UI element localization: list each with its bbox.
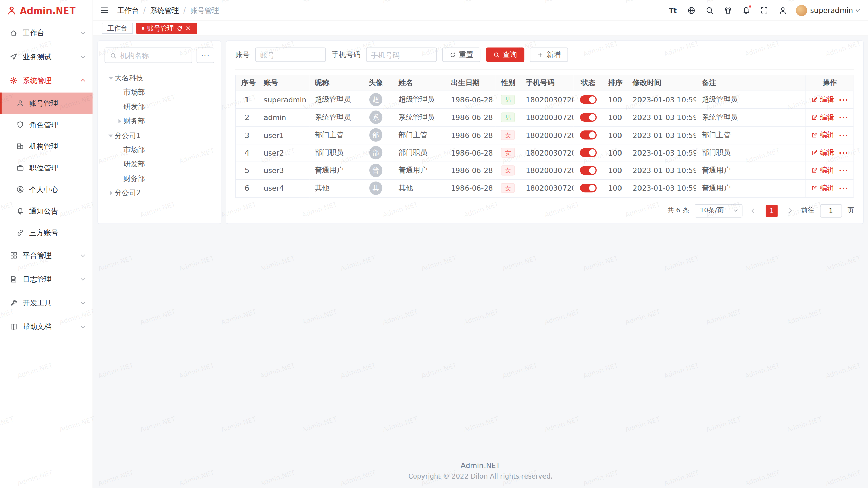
row-more-button[interactable]: ···: [839, 184, 848, 192]
sidebar-item-dev-tools[interactable]: 开发工具: [0, 291, 93, 315]
col-sort: 排序: [603, 75, 627, 91]
status-toggle[interactable]: [580, 148, 596, 157]
account-input[interactable]: [255, 47, 326, 62]
row-avatar: 其: [369, 182, 382, 195]
row-more-button[interactable]: ···: [839, 166, 848, 175]
tree-node[interactable]: 财务部: [105, 171, 214, 186]
row-more-button[interactable]: ···: [839, 96, 848, 104]
theme-skin-icon[interactable]: [722, 5, 733, 16]
gender-tag: 女: [501, 148, 515, 158]
close-icon[interactable]: [185, 25, 192, 31]
link-icon: [16, 228, 24, 237]
row-more-button[interactable]: ···: [839, 113, 848, 121]
sidebar-item-workbench[interactable]: 工作台: [0, 21, 93, 45]
prev-page-button[interactable]: [748, 204, 760, 217]
user-menu[interactable]: superadmin: [796, 5, 859, 16]
tree-node[interactable]: 财务部: [105, 114, 214, 128]
caret-down-icon[interactable]: [107, 134, 115, 137]
chevron-down-icon: [734, 208, 738, 212]
sidebar-item-org-management[interactable]: 机构管理: [0, 136, 93, 157]
accounts-table: 序号 账号 昵称 头像 姓名 出生日期 性别 手机号码 状态: [235, 75, 854, 198]
add-button[interactable]: 新增: [530, 47, 568, 62]
status-toggle[interactable]: [580, 113, 596, 122]
sidebar-item-system-management[interactable]: 系统管理: [0, 68, 93, 92]
edit-button[interactable]: 编辑: [811, 148, 834, 158]
tab-workbench[interactable]: 工作台: [102, 23, 133, 34]
query-form: 账号 手机号码 重置 查询: [235, 47, 854, 69]
goto-page-input[interactable]: [820, 204, 842, 217]
edit-icon: [811, 114, 818, 121]
status-toggle[interactable]: [580, 131, 596, 140]
next-page-button[interactable]: [783, 204, 795, 217]
search-icon[interactable]: [704, 5, 715, 16]
refresh-icon[interactable]: [177, 25, 183, 31]
page-number-button[interactable]: 1: [766, 204, 778, 217]
tree-node[interactable]: 研发部: [105, 157, 214, 171]
tree-node[interactable]: 研发部: [105, 100, 214, 114]
page-unit-label: 页: [848, 206, 854, 215]
phone-input[interactable]: [366, 47, 437, 62]
breadcrumb: 工作台 / 系统管理 / 账号管理: [117, 5, 219, 15]
user-circle-icon: [16, 185, 24, 194]
sidebar-item-personal-center[interactable]: 个人中心: [0, 179, 93, 200]
sidebar-item-help-docs[interactable]: 帮助文档: [0, 315, 93, 339]
sidebar-item-platform-management[interactable]: 平台管理: [0, 243, 93, 267]
font-size-icon[interactable]: Tt: [667, 5, 678, 16]
app-logo: Admin.NET: [0, 0, 93, 21]
col-avatar: 头像: [358, 75, 393, 91]
sidebar-item-third-party-account[interactable]: 三方账号: [0, 222, 93, 244]
page-size-select[interactable]: 10条/页: [695, 204, 742, 217]
edit-button[interactable]: 编辑: [811, 130, 834, 140]
total-count: 共 6 条: [668, 206, 689, 215]
caret-right-icon[interactable]: [107, 191, 115, 195]
tree-node-label: 市场部: [123, 87, 145, 97]
row-more-button[interactable]: ···: [839, 148, 848, 157]
status-toggle[interactable]: [580, 166, 596, 175]
status-toggle[interactable]: [580, 95, 596, 104]
org-more-button[interactable]: ···: [197, 47, 214, 63]
tree-node-label: 分公司1: [115, 130, 141, 140]
hamburger-menu-icon[interactable]: [100, 5, 110, 15]
breadcrumb-separator: /: [183, 6, 186, 14]
table-row: 2 admin 系统管理员 系 系统管理员 1986-06-28 男 18020…: [236, 108, 854, 126]
edit-button[interactable]: 编辑: [811, 183, 834, 193]
footer-copyright: Copyright © 2022 Dilon All rights reserv…: [97, 472, 864, 480]
tree-node[interactable]: 分公司2: [105, 186, 214, 200]
col-account: 账号: [258, 75, 309, 91]
log-icon: [9, 275, 18, 284]
app-logo-icon: [7, 5, 17, 15]
tree-node[interactable]: 市场部: [105, 85, 214, 99]
edit-button[interactable]: 编辑: [811, 95, 834, 104]
edit-button[interactable]: 编辑: [811, 112, 834, 122]
breadcrumb-item[interactable]: 系统管理: [150, 5, 179, 15]
tab-account-management[interactable]: 账号管理: [136, 23, 197, 34]
profile-icon[interactable]: [777, 5, 788, 16]
app-logo-text: Admin.NET: [20, 5, 76, 16]
sidebar-item-log-management[interactable]: 日志管理: [0, 267, 93, 291]
notification-bell-icon[interactable]: [741, 5, 752, 16]
edit-button[interactable]: 编辑: [811, 165, 834, 175]
sidebar-item-role-management[interactable]: 角色管理: [0, 114, 93, 136]
org-search-input[interactable]: [120, 51, 187, 59]
tree-node[interactable]: 大名科技: [105, 71, 214, 85]
search-button[interactable]: 查询: [486, 47, 524, 62]
breadcrumb-item[interactable]: 工作台: [117, 5, 139, 15]
locale-globe-icon[interactable]: [686, 5, 697, 16]
status-toggle[interactable]: [580, 184, 596, 192]
sidebar-item-business-test[interactable]: 业务测试: [0, 45, 93, 68]
tabs-bar: 工作台 账号管理: [93, 21, 868, 36]
home-icon: [9, 28, 18, 37]
sidebar-item-account-management[interactable]: 账号管理: [0, 93, 93, 114]
caret-right-icon[interactable]: [116, 119, 123, 123]
caret-down-icon[interactable]: [107, 77, 115, 79]
reset-button[interactable]: 重置: [442, 47, 480, 62]
row-more-button[interactable]: ···: [839, 131, 848, 139]
gender-tag: 女: [501, 130, 515, 140]
tree-node[interactable]: 市场部: [105, 143, 214, 157]
chevron-down-icon: [81, 324, 85, 328]
sidebar-item-notice[interactable]: 通知公告: [0, 200, 93, 222]
sidebar-item-position-management[interactable]: 职位管理: [0, 157, 93, 179]
fullscreen-icon[interactable]: [759, 5, 770, 16]
tree-node[interactable]: 分公司1: [105, 128, 214, 143]
org-tree-panel: ··· 大名科技 市场部: [97, 40, 221, 224]
